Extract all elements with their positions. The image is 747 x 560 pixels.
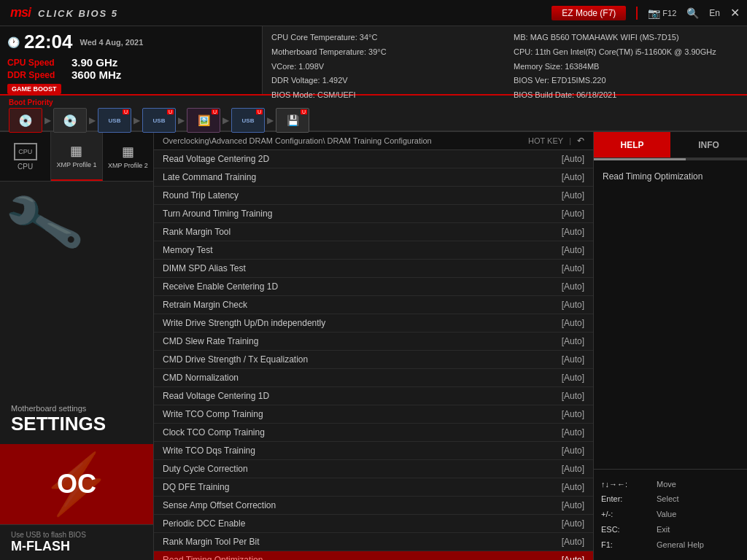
f1-symbol: F1:: [601, 537, 652, 553]
settings-list[interactable]: Read Voltage Centering 2D[Auto]Late Comm…: [154, 150, 593, 560]
ddr-speed-label: DDR Speed: [7, 70, 66, 80]
move-action: Move: [657, 477, 676, 492]
table-row[interactable]: Sense Amp Offset Correction[Auto]: [154, 497, 593, 515]
hotkey-back-button[interactable]: ↶: [577, 136, 584, 146]
boot-item-usb1[interactable]: U USB: [98, 108, 131, 133]
status-bar: 🕐 22:04 Wed 4 Aug, 2021 CPU Speed 3.90 G…: [0, 26, 747, 96]
table-row[interactable]: CMD Normalization[Auto]: [154, 369, 593, 387]
boot-items: 💿 ▶ 💿 ▶ U USB ▶ U USB ▶ U 🖼️ ▶ U USB ▶ U…: [9, 108, 738, 133]
table-row[interactable]: Duty Cycle Correction[Auto]: [154, 460, 593, 478]
key-f1: F1: General Help: [601, 537, 740, 553]
setting-value: [Auto]: [533, 227, 584, 237]
tab-help[interactable]: HELP: [594, 132, 670, 158]
value-symbol: +/-:: [601, 507, 652, 522]
table-row[interactable]: Rank Margin Tool[Auto]: [154, 223, 593, 241]
cpu-speed-label: CPU Speed: [7, 58, 66, 68]
table-row[interactable]: Memory Test[Auto]: [154, 241, 593, 260]
setting-value: [Auto]: [533, 263, 584, 273]
esc-symbol: ESC:: [601, 522, 652, 537]
setting-value: [Auto]: [533, 336, 584, 346]
screenshot-button[interactable]: 📷 F12: [648, 7, 676, 19]
table-row[interactable]: Read Voltage Centering 1D[Auto]: [154, 387, 593, 405]
cpu-temp-value: 34°C: [360, 33, 378, 42]
table-row[interactable]: Late Command Training[Auto]: [154, 168, 593, 187]
setting-name: Late Command Training: [163, 172, 256, 182]
settings-title: SETTINGS: [11, 413, 142, 435]
help-info-tabs: HELP INFO: [594, 132, 747, 158]
table-row[interactable]: Round Trip Latency[Auto]: [154, 187, 593, 205]
key-value: +/-: Value: [601, 507, 740, 522]
value-action: Value: [657, 507, 676, 522]
table-row[interactable]: CMD Slew Rate Training[Auto]: [154, 332, 593, 351]
setting-value: [Auto]: [533, 518, 584, 529]
setting-value: [Auto]: [533, 409, 584, 419]
close-button[interactable]: ✕: [730, 6, 740, 20]
vcore-label: VCore:: [271, 62, 296, 71]
cpu-value: 11th Gen Intel(R) Core(TM) i5-11600K @ 3…: [535, 47, 716, 56]
table-row[interactable]: Retrain Margin Check[Auto]: [154, 296, 593, 314]
bios-mode-label: BIOS Mode:: [271, 90, 315, 99]
right-panel: HELP INFO Read Timing Optimization ↑↓→←:…: [594, 132, 747, 560]
boot-item-sd[interactable]: U 💾: [276, 108, 309, 133]
center-content: Overclocking\Advanced DRAM Configuration…: [153, 132, 594, 560]
table-row[interactable]: Write Drive Strength Up/Dn independently…: [154, 314, 593, 332]
search-button[interactable]: 🔍: [686, 7, 699, 19]
tab-info[interactable]: INFO: [670, 132, 747, 158]
setting-value: [Auto]: [533, 464, 584, 474]
ez-mode-button[interactable]: EZ Mode (F7): [551, 6, 626, 20]
f1-action: General Help: [657, 537, 704, 553]
mflash-title: M-FLASH: [11, 539, 142, 554]
settings-bg-wrench: 🔧: [0, 182, 88, 265]
usb1-label: USB: [109, 117, 121, 124]
language-button[interactable]: En: [709, 8, 720, 18]
boot-item-usb2[interactable]: U USB: [142, 108, 176, 133]
boot-item-dvd[interactable]: 💿: [53, 108, 87, 133]
table-row[interactable]: Receive Enable Centering 1D[Auto]: [154, 278, 593, 296]
usb1-badge: U: [123, 109, 129, 114]
cpu-label: CPU:: [514, 47, 533, 56]
settings-label: Motherboard settings: [11, 404, 142, 413]
dvd-icon: 💿: [63, 114, 77, 128]
table-row[interactable]: DIMM SPD Alias Test[Auto]: [154, 260, 593, 278]
setting-name: Read Voltage Centering 2D: [163, 154, 269, 164]
tab-xmp2[interactable]: ▦ XMP Profile 2: [103, 132, 153, 181]
camera-icon: 📷: [648, 7, 660, 19]
table-row[interactable]: DQ DFE Training[Auto]: [154, 478, 593, 497]
table-row[interactable]: Read Timing Optimization[Auto]: [154, 551, 593, 560]
table-row[interactable]: Periodic DCC Enable[Auto]: [154, 515, 593, 533]
mflash-section[interactable]: Use USB to flash BIOS M-FLASH: [0, 524, 153, 560]
setting-value: [Auto]: [533, 172, 584, 182]
tab-xmp1[interactable]: ▦ XMP Profile 1: [51, 132, 102, 181]
table-row[interactable]: CMD Drive Strength / Tx Equalization[Aut…: [154, 351, 593, 369]
bios-ver-label: BIOS Ver:: [514, 76, 549, 85]
setting-value: [Auto]: [533, 245, 584, 255]
table-row[interactable]: Clock TCO Comp Training[Auto]: [154, 424, 593, 442]
table-row[interactable]: Read Voltage Centering 2D[Auto]: [154, 150, 593, 168]
ddr-voltage-value: 1.492V: [322, 76, 348, 85]
setting-value: [Auto]: [533, 154, 584, 164]
tab-cpu[interactable]: CPU CPU: [0, 132, 51, 181]
setting-name: Sense Amp Offset Correction: [163, 500, 276, 510]
boot-item-img[interactable]: U 🖼️: [187, 108, 220, 133]
right-status: MB: MAG B560 TOMAHAWK WIFI (MS-7D15) CPU…: [505, 26, 747, 94]
setting-name: Turn Around Timing Training: [163, 209, 272, 219]
boot-item-hdd[interactable]: 💿: [9, 108, 42, 133]
table-row[interactable]: Rank Margin Tool Per Bit[Auto]: [154, 533, 593, 551]
table-row[interactable]: Turn Around Timing Training[Auto]: [154, 205, 593, 223]
left-sidebar: CPU CPU ▦ XMP Profile 1 ▦ XMP Profile 2 …: [0, 132, 153, 560]
clock-icon: 🕐: [7, 36, 20, 48]
clock-display: 🕐 22:04 Wed 4 Aug, 2021: [7, 31, 255, 53]
table-row[interactable]: Write TCO Dqs Training[Auto]: [154, 442, 593, 460]
boot-item-usb3[interactable]: U USB: [231, 108, 265, 133]
breadcrumb-bar: Overclocking\Advanced DRAM Configuration…: [154, 132, 593, 150]
key-esc: ESC: Exit: [601, 522, 740, 537]
setting-value: [Auto]: [533, 354, 584, 365]
cpu-temp-label: CPU Core Temperature:: [271, 33, 357, 42]
game-boost-button[interactable]: GAME BOOST: [7, 84, 61, 94]
setting-name: DQ DFE Training: [163, 482, 229, 492]
setting-value: [Auto]: [533, 482, 584, 492]
oc-section[interactable]: ⚡ OC: [0, 444, 153, 524]
bios-mode-value: CSM/UEFI: [317, 90, 356, 99]
boot-arrow-5: ▶: [222, 115, 229, 125]
table-row[interactable]: Write TCO Comp Training[Auto]: [154, 405, 593, 424]
